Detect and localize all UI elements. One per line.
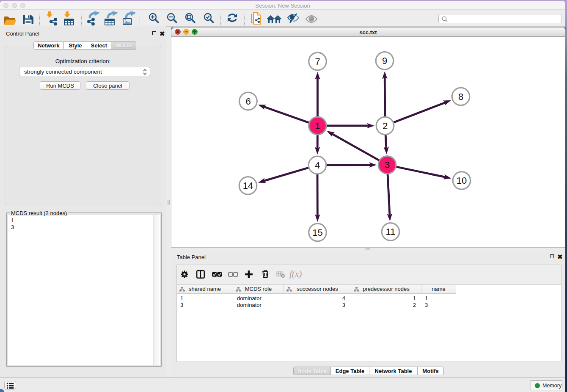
svg-text:1: 1 (315, 121, 320, 131)
svg-text:10: 10 (457, 175, 467, 186)
svg-text:9: 9 (382, 55, 387, 66)
svg-text:11: 11 (386, 226, 396, 237)
svg-text:15: 15 (312, 227, 322, 238)
svg-text:8: 8 (458, 91, 463, 102)
svg-text:6: 6 (245, 96, 250, 107)
svg-text:3: 3 (385, 160, 390, 170)
svg-text:14: 14 (243, 180, 253, 191)
svg-text:7: 7 (315, 56, 320, 67)
svg-text:2: 2 (383, 121, 388, 131)
svg-text:4: 4 (315, 160, 320, 171)
